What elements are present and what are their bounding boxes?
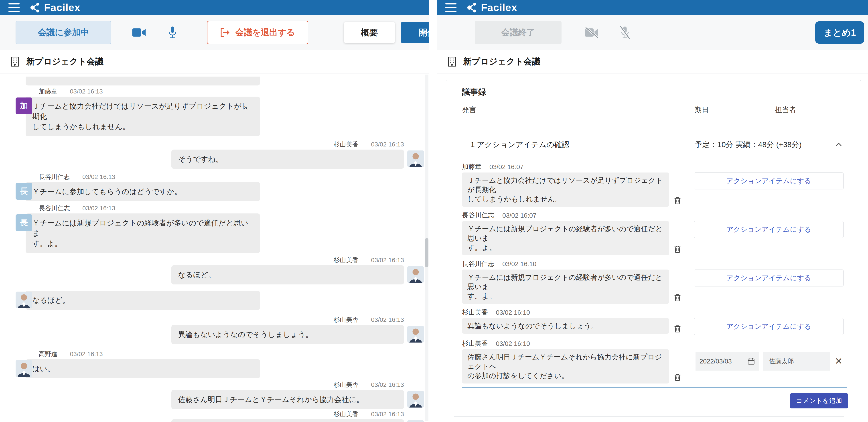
- agenda-item-1[interactable]: 1 アクションアイテムの確認 予定：10分 実績：48分 (+38分): [446, 128, 861, 161]
- delete-statement-button[interactable]: [673, 244, 682, 254]
- message-meta: 杉山美香03/02 16:13: [0, 141, 404, 148]
- statement-row: 杉山美香03/02 16:10異論もないようなのでそうしましょう。アクションアイ…: [462, 309, 843, 335]
- delete-statement-button[interactable]: [673, 195, 682, 206]
- meeting-title: 新プロジェクト会議: [463, 56, 540, 67]
- make-action-item-button[interactable]: アクションアイテムにする: [694, 270, 843, 287]
- due-date-input[interactable]: 2022/03/03: [695, 352, 759, 370]
- user-initial-avatar: 加: [16, 97, 32, 114]
- speaker-name: 加藤章: [462, 162, 482, 171]
- statements-list: 加藤章03/02 16:07Ｊチームと協力会社だけではリソースが足りずプロジェク…: [446, 163, 861, 384]
- user-photo-avatar: [407, 420, 424, 422]
- statement-meta: 杉山美香03/02 16:10: [462, 309, 843, 316]
- sender-name: 杉山美香: [334, 140, 359, 149]
- meeting-chat-window: Facilex 会議に参加中 会議を退出する 概要 開催 新プロジェクト会議 加: [0, 0, 429, 422]
- hamburger-menu-icon[interactable]: [445, 3, 457, 12]
- tab-overview[interactable]: 概要: [344, 22, 395, 43]
- camera-off-button[interactable]: [584, 25, 599, 40]
- end-meeting-button[interactable]: 会議終了: [475, 21, 561, 44]
- statement-timestamp: 03/02 16:07: [502, 212, 536, 219]
- meeting-minutes-window: Facilex 会議終了 まとめ1 新プロジェクト会議 議事録 発言 期日: [437, 0, 868, 422]
- message-timestamp: 03/02 16:13: [82, 205, 115, 212]
- message-timestamp: 03/02 16:13: [371, 316, 404, 323]
- building-icon: [10, 56, 20, 67]
- app-title: Facilex: [481, 2, 517, 13]
- message-bubble: 新プロジェクトへの参加の打診をしてください。: [172, 419, 404, 422]
- app-title: Facilex: [44, 2, 80, 13]
- microphone-off-icon: [618, 26, 632, 39]
- agenda-list: 2 進捗報告予定：20分 実績：4分 (-16分)3 メンバー選定予定：20分 …: [446, 416, 861, 422]
- chat-scrollbar[interactable]: [425, 74, 428, 421]
- user-photo-avatar: [407, 150, 424, 167]
- add-comment-row: コメントを追加: [446, 393, 861, 409]
- sender-name: 高野進: [39, 350, 57, 358]
- summary-button[interactable]: まとめ1: [815, 21, 864, 43]
- delete-statement-button[interactable]: [673, 372, 682, 383]
- chat-message: 長谷川仁志03/02 16:13Ｙチームには新規プロジェクトの経験者が多いので適…: [0, 205, 429, 253]
- message-timestamp: 03/02 16:13: [371, 141, 404, 148]
- joined-status-chip[interactable]: 会議に参加中: [16, 21, 111, 44]
- message-timestamp: 03/02 16:13: [70, 88, 103, 95]
- minutes-card: 議事録 発言 期日 担当者 1 アクションアイテムの確認 予定：10分 実績：4…: [446, 80, 861, 422]
- assignee-input[interactable]: 佐藤太郎: [763, 352, 830, 370]
- calendar-icon[interactable]: [747, 357, 755, 365]
- statement-content: 佐藤さん明日ＪチームＹチームそれから協力会社に新プロジェクトへ の参加の打診をし…: [462, 349, 843, 384]
- leave-meeting-label: 会議を退出する: [235, 27, 295, 38]
- chat-message: 杉山美香03/02 16:13なるほど。: [0, 257, 429, 284]
- message-bubble: Ｙチームに参加してもらうのはどうですか。: [26, 182, 260, 201]
- agenda-item-2[interactable]: 2 進捗報告予定：20分 実績：4分 (-16分): [446, 417, 861, 422]
- camera-icon: [132, 26, 146, 39]
- statement-row: 長谷川仁志03/02 16:07Ｙチームには新規プロジェクトの経験者が多いので適…: [462, 212, 843, 255]
- user-initial-avatar: 長: [16, 183, 32, 200]
- message-meta: 杉山美香03/02 16:13: [0, 411, 404, 418]
- camera-on-button[interactable]: [131, 25, 147, 40]
- statement-meta: 長谷川仁志03/02 16:10: [462, 260, 843, 268]
- statement-timestamp: 03/02 16:10: [496, 340, 530, 348]
- make-action-item-button[interactable]: アクションアイテムにする: [694, 221, 843, 238]
- speaker-name: 杉山美香: [462, 308, 488, 317]
- statement-content: 異論もないようなのでそうしましょう。アクションアイテムにする: [462, 318, 843, 335]
- statement-meta: 加藤章03/02 16:07: [462, 163, 843, 171]
- statement-bubble: Ｊチームと協力会社だけではリソースが足りずプロジェクトが長期化 してしまうかもし…: [462, 173, 669, 207]
- user-photo-avatar: [16, 292, 32, 308]
- chat-message: なるほど。: [0, 291, 429, 310]
- chat-scrollbar-thumb[interactable]: [425, 238, 428, 267]
- facilex-logo-icon: [466, 2, 478, 13]
- user-photo-avatar: [407, 420, 424, 422]
- facilex-logo: Facilex: [466, 2, 517, 13]
- statement-meta: 杉山美香03/02 16:10: [462, 340, 843, 348]
- statement-bubble: Ｙチームには新規プロジェクトの経験者が多いので適任だと思いま す。よ。: [462, 270, 669, 304]
- make-action-item-button[interactable]: アクションアイテムにする: [694, 173, 843, 189]
- statement-bubble: Ｙチームには新規プロジェクトの経験者が多いので適任だと思いま す。よ。: [462, 221, 669, 255]
- message-timestamp: 03/02 16:13: [70, 351, 103, 358]
- user-photo-avatar: [407, 266, 424, 283]
- delete-statement-button[interactable]: [673, 324, 682, 334]
- user-photo-avatar: [407, 266, 424, 283]
- make-action-item-button[interactable]: アクションアイテムにする: [694, 318, 843, 335]
- sender-name: 加藤章: [39, 87, 57, 96]
- message-bubble: はい。: [26, 359, 260, 379]
- hamburger-menu-icon[interactable]: [8, 3, 20, 12]
- sender-name: 杉山美香: [334, 256, 359, 264]
- chat-message: 杉山美香03/02 16:13そうですね。: [0, 141, 429, 169]
- chevron-up-icon[interactable]: [834, 140, 843, 150]
- add-comment-button[interactable]: コメントを追加: [790, 393, 848, 409]
- chat-message: 杉山美香03/02 16:13異論もないようなのでそうしましょう。: [0, 316, 429, 344]
- column-statement: 発言: [462, 105, 694, 115]
- tab-session[interactable]: 開催: [401, 22, 429, 43]
- app-bar: Facilex: [437, 0, 868, 15]
- camera-off-icon: [585, 26, 599, 39]
- sender-name: 杉山美香: [334, 315, 359, 324]
- microphone-on-button[interactable]: [165, 25, 180, 40]
- chat-message: 高野進03/02 16:13はい。: [0, 350, 429, 379]
- statement-timestamp: 03/02 16:10: [496, 309, 530, 316]
- microphone-off-button[interactable]: [617, 25, 633, 40]
- focus-underline: [462, 387, 847, 388]
- message-timestamp: 03/02 16:13: [82, 173, 115, 181]
- leave-meeting-button[interactable]: 会議を退出する: [207, 21, 308, 44]
- app-bar: Facilex: [0, 0, 429, 15]
- user-photo-avatar: [407, 391, 424, 408]
- close-icon[interactable]: ✕: [834, 357, 843, 366]
- delete-statement-button[interactable]: [673, 293, 682, 303]
- speaker-name: 杉山美香: [462, 339, 488, 348]
- message-bubble: Ｊチームと協力会社だけではリソースが足りずプロジェクトが長期化 してしまうかもし…: [26, 97, 260, 136]
